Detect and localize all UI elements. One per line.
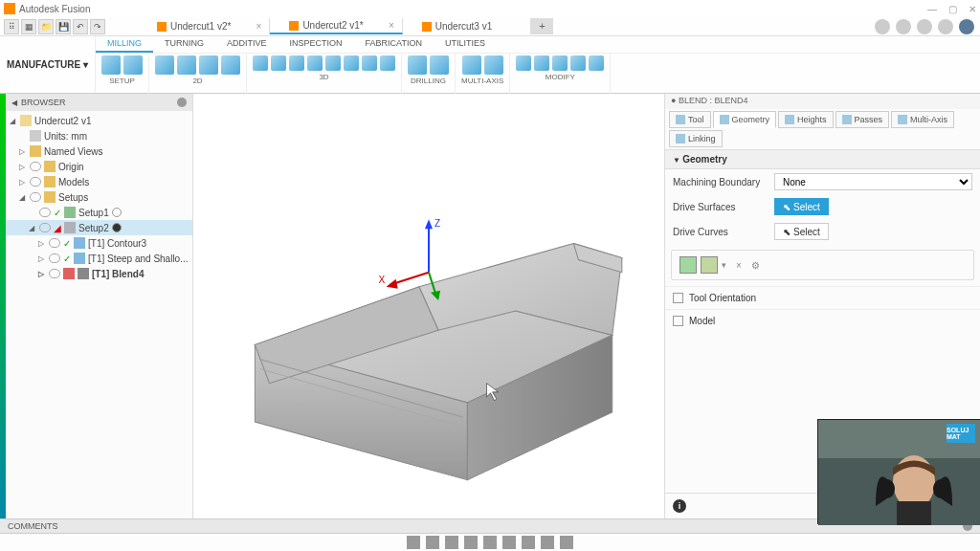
ribbon-tab-additive[interactable]: ADDITIVE	[215, 36, 278, 53]
modify-icon[interactable]	[589, 55, 604, 71]
body-icon[interactable]	[701, 256, 718, 274]
prop-tab-geometry[interactable]: Geometry	[713, 111, 777, 128]
3d-icon[interactable]	[271, 55, 286, 71]
2d-icon[interactable]	[221, 55, 240, 75]
ribbon-tab-inspection[interactable]: INSPECTION	[278, 36, 354, 53]
display-settings-icon[interactable]	[560, 536, 573, 549]
tool-orientation-checkbox[interactable]	[673, 293, 683, 303]
qat-file[interactable]: 📁	[38, 19, 54, 34]
3d-icon[interactable]	[325, 55, 341, 71]
ribbon-tab-fabrication[interactable]: FABRICATION	[354, 36, 434, 53]
model-checkbox[interactable]	[673, 316, 683, 326]
prop-tab-linking[interactable]: Linking	[669, 130, 723, 147]
tree-models[interactable]: ▷Models	[6, 174, 192, 189]
info-icon[interactable]: i	[673, 499, 686, 513]
doc-tab[interactable]: Undercut3 v1	[403, 18, 531, 34]
setup-icon[interactable]	[101, 55, 121, 75]
2d-icon[interactable]	[155, 55, 174, 75]
drilling-icon[interactable]	[430, 55, 449, 75]
workspace-picker[interactable]: MANUFACTURE ▾	[0, 36, 96, 93]
visibility-icon[interactable]	[30, 192, 41, 202]
grid-icon[interactable]	[522, 536, 535, 549]
job-status-icon[interactable]	[917, 19, 932, 34]
extensions-icon[interactable]	[875, 19, 890, 34]
section-geometry[interactable]: Geometry	[665, 150, 980, 169]
3d-icon[interactable]	[289, 55, 304, 71]
radio-icon[interactable]	[112, 208, 122, 217]
notifications-icon[interactable]	[896, 19, 911, 34]
qat-save[interactable]: 💾	[56, 19, 71, 34]
tree-named-views[interactable]: ▷Named Views	[6, 143, 192, 159]
close-icon[interactable]: ×	[389, 20, 394, 31]
nc-program-icon[interactable]	[123, 55, 143, 75]
close-button[interactable]: ✕	[969, 4, 976, 14]
3d-icon[interactable]	[344, 55, 359, 71]
2d-icon[interactable]	[177, 55, 196, 75]
visibility-icon[interactable]	[39, 208, 51, 217]
tree-units[interactable]: Units: mm	[6, 128, 192, 143]
prop-tab-heights[interactable]: Heights	[778, 111, 834, 128]
pin-icon[interactable]	[177, 98, 187, 107]
zoom-icon[interactable]	[445, 536, 458, 549]
tree-label: [T1] Steep and Shallo...	[88, 253, 189, 264]
3d-icon[interactable]	[253, 55, 268, 71]
ribbon-tab-turning[interactable]: TURNING	[153, 36, 215, 53]
2d-icon[interactable]	[199, 55, 218, 75]
body-icon[interactable]	[679, 256, 697, 274]
qat-redo[interactable]: ↷	[90, 19, 105, 34]
qat-apps[interactable]: ⠿	[4, 19, 19, 34]
viewport-icon[interactable]	[541, 536, 554, 549]
new-tab-button[interactable]: +	[531, 18, 552, 34]
tree-setup1[interactable]: ✓Setup1	[6, 205, 192, 220]
multiaxis-icon[interactable]	[484, 55, 503, 75]
radio-icon[interactable]	[112, 223, 122, 232]
doc-tab[interactable]: Undercut2 v1* ×	[270, 18, 402, 34]
tree-setups[interactable]: ◢Setups	[6, 189, 192, 205]
visibility-icon[interactable]	[49, 253, 60, 263]
tree-setup2[interactable]: ◢◢Setup2	[6, 220, 192, 235]
visibility-icon[interactable]	[39, 223, 51, 232]
drive-curves-select-button[interactable]: ⬉Select	[774, 223, 829, 240]
tree-op-steep[interactable]: ▷✓[T1] Steep and Shallo...	[6, 251, 192, 266]
fit-icon[interactable]	[464, 536, 478, 549]
3d-icon[interactable]	[362, 55, 377, 71]
viewport-3d[interactable]: Z X	[193, 94, 664, 518]
ribbon-tab-milling[interactable]: MILLING	[96, 36, 153, 53]
prop-tab-tool[interactable]: Tool	[669, 111, 711, 128]
ribbon-tab-utilities[interactable]: UTILITIES	[434, 36, 497, 53]
visibility-icon[interactable]	[49, 238, 60, 248]
pan-icon[interactable]	[426, 536, 439, 549]
look-icon[interactable]	[483, 536, 497, 549]
user-avatar[interactable]	[959, 19, 974, 34]
drive-surfaces-select-button[interactable]: ⬉Select	[774, 198, 829, 215]
modify-icon[interactable]	[516, 55, 531, 71]
qat-data[interactable]: ▦	[21, 19, 36, 34]
minimize-button[interactable]: —	[927, 4, 937, 14]
drilling-icon[interactable]	[408, 55, 427, 75]
3d-icon[interactable]	[307, 55, 323, 71]
display-icon[interactable]	[502, 536, 516, 549]
tree-origin[interactable]: ▷Origin	[6, 159, 192, 174]
visibility-icon[interactable]	[30, 162, 41, 171]
gear-icon[interactable]: ⚙	[751, 260, 760, 271]
modify-icon[interactable]	[570, 55, 586, 71]
3d-icon[interactable]	[380, 55, 395, 71]
close-icon[interactable]: ×	[256, 21, 262, 32]
modify-icon[interactable]	[552, 55, 568, 71]
machining-boundary-select[interactable]: None	[774, 173, 972, 190]
maximize-button[interactable]: ▢	[948, 4, 957, 14]
tree-op-blend[interactable]: ▷[T1] Blend4	[6, 266, 192, 281]
modify-icon[interactable]	[534, 55, 549, 71]
doc-tab[interactable]: Undercut1 v2* ×	[138, 18, 270, 34]
prop-tab-multiaxis[interactable]: Multi-Axis	[891, 111, 954, 128]
qat-undo[interactable]: ↶	[73, 19, 88, 34]
tree-op-contour[interactable]: ▷✓[T1] Contour3	[6, 235, 192, 251]
orbit-icon[interactable]	[407, 536, 420, 549]
visibility-icon[interactable]	[49, 269, 60, 278]
multiaxis-icon[interactable]	[462, 55, 481, 75]
visibility-icon[interactable]	[30, 177, 41, 187]
help-icon[interactable]	[938, 19, 953, 34]
tree-root[interactable]: ◢Undercut2 v1	[6, 113, 192, 128]
prop-tab-passes[interactable]: Passes	[835, 111, 890, 128]
ribbon-group-multiaxis: MULTI-AXIS	[456, 54, 510, 94]
